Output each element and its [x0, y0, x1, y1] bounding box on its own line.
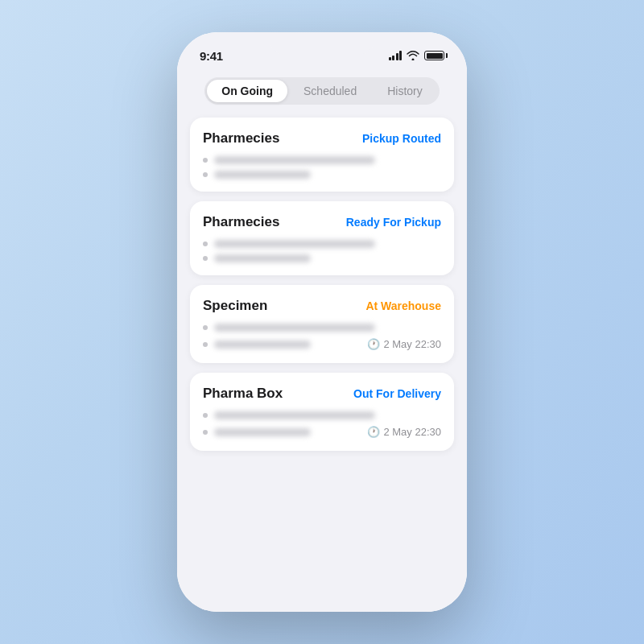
- blurred-address-2: [214, 171, 311, 179]
- dot-icon: [203, 242, 208, 246]
- dot-icon: [203, 430, 208, 435]
- content-area: Pharmecies Pickup Routed P: [177, 114, 467, 610]
- card-pharmecies-2: Pharmecies Ready For Pickup: [190, 201, 454, 275]
- card-title-2: Pharmecies: [203, 214, 279, 230]
- blurred-address-8: [214, 428, 311, 436]
- card-line-3-1: [203, 324, 441, 332]
- status-icons: [389, 51, 445, 60]
- clock-icon: 🕐: [367, 338, 380, 350]
- card-header-3: Specimen At Warehouse: [203, 298, 441, 314]
- phone-frame: 9:41: [177, 32, 467, 612]
- tab-history[interactable]: History: [373, 80, 437, 102]
- signal-icon: [389, 51, 402, 60]
- card-line-2-2: [203, 254, 441, 262]
- card-lines-4: 🕐 2 May 22:30: [203, 411, 441, 438]
- card-lines-3: 🕐 2 May 22:30: [203, 324, 441, 350]
- card-title-3: Specimen: [203, 298, 267, 314]
- card-specimen: Specimen At Warehouse 🕐: [190, 285, 454, 363]
- card-lines-1: [203, 156, 441, 179]
- card-line-4-2: 🕐 2 May 22:30: [203, 426, 441, 438]
- phone-screen: 9:41: [177, 32, 467, 612]
- card-pharmecies-1: Pharmecies Pickup Routed: [190, 118, 454, 192]
- card-title-1: Pharmecies: [203, 130, 279, 147]
- timestamp-text-3: 2 May 22:30: [383, 338, 441, 350]
- card-line-4-1: [203, 411, 441, 419]
- signal-bar-2: [392, 56, 394, 60]
- blurred-address-1: [214, 156, 375, 164]
- signal-bar-3: [396, 53, 398, 60]
- card-lines-2: [203, 240, 441, 262]
- battery-fill: [427, 53, 443, 59]
- card-status-1[interactable]: Pickup Routed: [362, 132, 441, 145]
- wifi-icon: [407, 51, 419, 60]
- tab-bar: On Going Scheduled History: [177, 68, 467, 114]
- dot-icon: [203, 256, 208, 261]
- timestamp-4: 🕐 2 May 22:30: [367, 426, 441, 438]
- card-header-2: Pharmecies Ready For Pickup: [203, 214, 441, 230]
- blurred-address-7: [214, 411, 375, 419]
- card-status-4[interactable]: Out For Delivery: [353, 387, 441, 400]
- card-line-3-2: 🕐 2 May 22:30: [203, 338, 441, 350]
- card-status-2[interactable]: Ready For Pickup: [346, 216, 441, 229]
- blurred-address-6: [214, 341, 311, 349]
- card-line-1-2: [203, 171, 441, 179]
- signal-bar-4: [399, 51, 402, 60]
- dot-icon: [203, 172, 208, 177]
- signal-bar-1: [389, 57, 391, 60]
- timestamp-text-4: 2 May 22:30: [383, 426, 441, 438]
- card-line-2-1: [203, 240, 441, 248]
- dot-icon: [203, 325, 208, 330]
- blurred-address-5: [214, 324, 375, 332]
- tab-scheduled[interactable]: Scheduled: [289, 80, 371, 102]
- card-line-1-1: [203, 156, 441, 164]
- timestamp-3: 🕐 2 May 22:30: [367, 338, 441, 350]
- dot-icon: [203, 342, 208, 347]
- card-title-4: Pharma Box: [203, 386, 283, 402]
- clock-icon: 🕐: [367, 426, 380, 438]
- notch: [270, 32, 374, 55]
- blurred-address-4: [214, 254, 311, 262]
- card-status-3[interactable]: At Warehouse: [365, 299, 441, 312]
- status-time: 9:41: [200, 49, 223, 63]
- tab-ongoing[interactable]: On Going: [207, 80, 287, 102]
- card-pharmabox: Pharma Box Out For Delivery 🕐: [190, 373, 454, 451]
- dot-icon: [203, 158, 208, 163]
- battery-icon: [424, 51, 444, 60]
- card-header-1: Pharmecies Pickup Routed: [203, 130, 441, 147]
- dot-icon: [203, 413, 208, 418]
- card-header-4: Pharma Box Out For Delivery: [203, 386, 441, 402]
- blurred-address-3: [214, 240, 375, 248]
- tab-container: On Going Scheduled History: [204, 77, 440, 105]
